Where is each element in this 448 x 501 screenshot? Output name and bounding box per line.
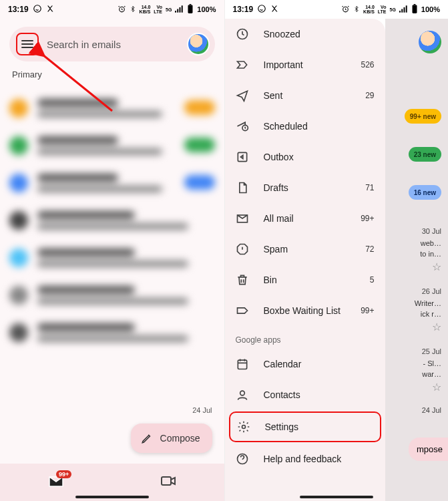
drawer-item-settings-highlight[interactable]: Settings xyxy=(229,411,381,442)
x-icon xyxy=(46,5,54,15)
outbox-icon xyxy=(236,150,249,164)
svg-rect-9 xyxy=(162,477,171,485)
alarm-icon xyxy=(118,5,126,15)
drawer-item-spam[interactable]: Spam72 xyxy=(225,234,385,265)
peek-pill-updates: 16 new xyxy=(409,185,441,200)
status-volte: Vo xyxy=(157,5,162,9)
drawer-item-drafts[interactable]: Drafts71 xyxy=(225,172,385,203)
svg-rect-7 xyxy=(188,5,193,13)
whatsapp-icon xyxy=(257,4,266,15)
important-icon xyxy=(236,58,249,71)
status-bar: 13:19 14.0KB/S VoLTE 5G 100% xyxy=(225,0,449,19)
svg-point-24 xyxy=(242,426,245,429)
meet-tab[interactable] xyxy=(160,474,176,490)
peek-date: 26 Jul xyxy=(422,287,441,295)
svg-point-0 xyxy=(33,5,41,12)
drawer-item-scheduled[interactable]: Scheduled xyxy=(225,111,385,142)
battery-icon xyxy=(411,4,418,15)
signal-icon xyxy=(175,5,184,14)
compose-button[interactable]: Compose xyxy=(131,424,212,453)
drawer-item-bin[interactable]: Bin5 xyxy=(225,265,385,295)
nav-gesture-handle[interactable] xyxy=(75,496,149,498)
annotation-arrow xyxy=(39,51,119,120)
pencil-icon xyxy=(140,432,154,445)
drawer-item-help[interactable]: Help and feedback xyxy=(225,444,385,474)
svg-rect-22 xyxy=(238,360,246,369)
account-avatar[interactable] xyxy=(187,33,210,55)
contacts-icon xyxy=(236,388,249,401)
drafts-icon xyxy=(236,181,249,194)
hamburger-icon[interactable] xyxy=(21,40,33,48)
star-icon: ☆ xyxy=(432,381,441,393)
bluetooth-icon xyxy=(130,5,136,15)
signal-icon xyxy=(399,5,408,14)
svg-rect-5 xyxy=(182,5,183,12)
star-icon: ☆ xyxy=(432,261,441,273)
svg-point-23 xyxy=(240,391,244,395)
status-time: 13:19 xyxy=(8,5,29,14)
x-icon xyxy=(270,5,278,15)
bluetooth-icon xyxy=(353,5,360,15)
peek-text: ick r… xyxy=(421,310,441,318)
mail-badge-count: 99+ xyxy=(56,470,71,478)
allmail-icon xyxy=(236,212,249,225)
status-speed: 14.0 xyxy=(142,5,151,9)
nav-gesture-handle[interactable] xyxy=(300,496,373,498)
peek-text: - Sl… xyxy=(423,359,442,367)
peek-text: Writer… xyxy=(415,299,441,307)
drawer-item-snoozed[interactable]: Snoozed xyxy=(225,19,385,49)
drawer-item-outbox[interactable]: Outbox xyxy=(225,142,385,172)
phone-inbox-view: 13:19 14.0KB/S VoLTE 5G 100% xyxy=(0,0,224,501)
svg-rect-14 xyxy=(403,7,405,12)
peek-date: 30 Jul xyxy=(422,227,441,235)
peek-text: web… xyxy=(421,239,441,247)
peek-date: 25 Jul xyxy=(422,347,441,355)
peek-pill-social: 23 new xyxy=(409,147,441,162)
compose-button-peek: mpose xyxy=(409,438,448,461)
gear-icon xyxy=(237,420,250,434)
drawer-backdrop[interactable]: 99+ new 23 new 16 new 30 Jul web… to in…… xyxy=(385,19,449,501)
whatsapp-icon xyxy=(33,4,42,15)
clock-icon xyxy=(236,27,249,41)
drawer-item-sent[interactable]: Sent29 xyxy=(225,80,385,111)
email-date: 24 Jul xyxy=(192,406,224,414)
peek-text: war… xyxy=(422,370,441,378)
svg-rect-12 xyxy=(399,11,401,13)
alarm-icon xyxy=(341,5,350,15)
svg-line-8 xyxy=(43,55,112,111)
drawer-item-important[interactable]: Important526 xyxy=(225,49,385,80)
sent-icon xyxy=(236,89,249,102)
drawer-item-allmail[interactable]: All mail99+ xyxy=(225,203,385,234)
peek-date: 24 Jul xyxy=(422,406,441,414)
battery-icon xyxy=(187,4,194,15)
peek-pill-promotions: 99+ new xyxy=(405,109,441,124)
svg-rect-16 xyxy=(413,4,415,5)
navigation-drawer: Snoozed Important526 Sent29 Scheduled Ou… xyxy=(225,19,385,501)
bin-icon xyxy=(236,273,249,287)
mail-tab[interactable]: 99+ xyxy=(48,474,64,490)
svg-rect-6 xyxy=(190,4,192,5)
label-icon xyxy=(236,304,249,317)
spam-icon xyxy=(236,242,249,256)
star-icon: ☆ xyxy=(432,321,441,333)
search-placeholder: Search in emails xyxy=(47,39,179,50)
status-5g: 5G xyxy=(166,7,172,12)
compose-label: Compose xyxy=(160,433,200,444)
drawer-item-label[interactable]: Boxbe Waiting List99+ xyxy=(225,295,385,326)
svg-rect-3 xyxy=(178,9,179,12)
calendar-icon xyxy=(236,357,249,371)
drawer-section-google-apps: Google apps xyxy=(225,326,385,349)
settings-label: Settings xyxy=(265,422,373,432)
svg-rect-13 xyxy=(401,9,403,12)
svg-rect-4 xyxy=(180,7,181,12)
drawer-item-calendar[interactable]: Calendar xyxy=(225,349,385,379)
status-bar: 13:19 14.0KB/S VoLTE 5G 100% xyxy=(0,0,224,19)
help-icon xyxy=(236,452,249,466)
svg-rect-2 xyxy=(175,11,176,13)
svg-rect-15 xyxy=(406,5,407,12)
status-battery-pct: 100% xyxy=(197,5,216,13)
account-avatar xyxy=(419,31,441,53)
menu-button-highlight xyxy=(16,33,39,55)
scheduled-icon xyxy=(236,120,249,133)
drawer-item-contacts[interactable]: Contacts xyxy=(225,379,385,410)
